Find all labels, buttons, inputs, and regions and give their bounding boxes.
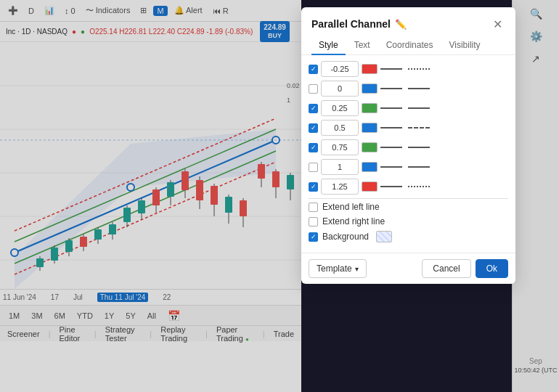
line-style-solid-1[interactable] xyxy=(380,88,402,89)
line-style-alt-3[interactable] xyxy=(408,127,430,128)
extend-left-checkbox[interactable] xyxy=(309,203,318,212)
line-color-4[interactable] xyxy=(362,142,378,152)
line-value-0[interactable] xyxy=(321,61,359,77)
line-checkbox-5[interactable] xyxy=(309,163,318,172)
tab-visibility[interactable]: Visibility xyxy=(441,36,487,55)
template-label: Template xyxy=(317,264,352,274)
line-style-solid-0[interactable] xyxy=(380,68,402,70)
extend-left-label: Extend left line xyxy=(322,202,380,212)
option-extend-left: Extend left line xyxy=(309,202,508,212)
tab-text[interactable]: Text xyxy=(347,36,378,55)
line-style-dotted-0[interactable] xyxy=(408,68,430,70)
cancel-button[interactable]: Cancel xyxy=(422,259,470,278)
line-style-solid-5[interactable] xyxy=(380,166,402,168)
background-preview[interactable] xyxy=(376,231,392,242)
line-color-6[interactable] xyxy=(362,181,378,192)
background-label: Background xyxy=(322,232,369,242)
ok-button[interactable]: Ok xyxy=(476,259,508,278)
option-background: Background xyxy=(309,231,508,242)
modal-footer: Template ▾ Cancel Ok xyxy=(301,253,515,284)
line-value-2[interactable] xyxy=(321,100,359,116)
line-checkbox-4[interactable] xyxy=(309,143,318,152)
tab-style[interactable]: Style xyxy=(311,36,346,55)
line-value-6[interactable] xyxy=(321,179,359,195)
line-row-6 xyxy=(309,179,508,195)
line-value-1[interactable] xyxy=(321,81,359,97)
line-checkbox-1[interactable] xyxy=(309,84,318,94)
background-checkbox[interactable] xyxy=(309,232,318,242)
line-style-solid-6[interactable] xyxy=(380,186,402,187)
line-style-dotted-6[interactable] xyxy=(408,186,430,187)
line-color-1[interactable] xyxy=(362,83,378,94)
line-value-4[interactable] xyxy=(321,139,359,155)
line-row-5 xyxy=(309,159,508,175)
line-style-alt-1[interactable] xyxy=(408,88,430,89)
line-row-0 xyxy=(309,61,508,77)
line-checkbox-2[interactable] xyxy=(309,104,318,113)
line-color-0[interactable] xyxy=(362,64,378,74)
modal-header: Parallel Channel ✏️ ✕ xyxy=(301,7,515,32)
extend-right-checkbox[interactable] xyxy=(309,217,318,226)
line-value-3[interactable] xyxy=(321,120,359,136)
line-value-5[interactable] xyxy=(321,159,359,175)
line-color-3[interactable] xyxy=(362,123,378,133)
line-row-1 xyxy=(309,81,508,97)
modal-title: Parallel Channel ✏️ xyxy=(311,18,407,30)
line-color-5[interactable] xyxy=(362,162,378,172)
modal-close-button[interactable]: ✕ xyxy=(489,16,505,32)
edit-title-icon[interactable]: ✏️ xyxy=(395,19,407,30)
option-extend-right: Extend right line xyxy=(309,216,508,226)
separator-1 xyxy=(309,198,508,199)
line-checkbox-0[interactable] xyxy=(309,65,318,74)
modal-body: Extend left line Extend right line Backg… xyxy=(301,55,515,253)
line-style-alt-2[interactable] xyxy=(408,107,430,109)
parallel-channel-modal: Parallel Channel ✏️ ✕ Style Text Coordin… xyxy=(301,7,515,284)
extend-right-label: Extend right line xyxy=(322,216,385,226)
template-button[interactable]: Template ▾ xyxy=(309,259,367,278)
line-style-alt-5[interactable] xyxy=(408,166,430,168)
line-style-solid-2[interactable] xyxy=(380,107,402,109)
line-row-4 xyxy=(309,139,508,155)
modal-tabs: Style Text Coordinates Visibility xyxy=(301,32,515,55)
line-row-3 xyxy=(309,120,508,136)
line-checkbox-3[interactable] xyxy=(309,123,318,133)
line-style-solid-4[interactable] xyxy=(380,147,402,148)
line-row-2 xyxy=(309,100,508,116)
tab-coordinates[interactable]: Coordinates xyxy=(379,36,441,55)
line-style-alt-4[interactable] xyxy=(408,147,430,148)
template-chevron-icon: ▾ xyxy=(355,265,359,273)
line-color-2[interactable] xyxy=(362,103,378,113)
line-checkbox-6[interactable] xyxy=(309,182,318,192)
footer-actions: Cancel Ok xyxy=(422,259,508,278)
line-style-solid-3[interactable] xyxy=(380,127,402,128)
